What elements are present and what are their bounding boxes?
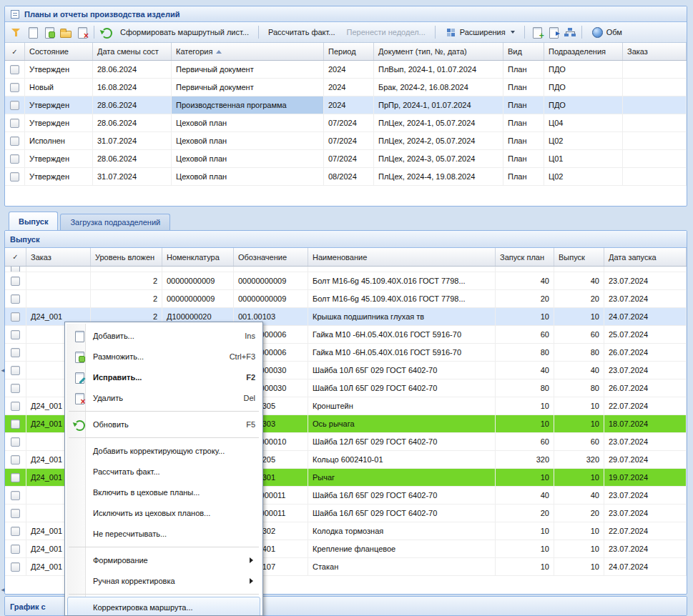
column-header-3[interactable]: Категория: [172, 43, 324, 60]
row-checkbox[interactable]: [11, 267, 20, 272]
transfer-backlog-button[interactable]: Перенести недодел...: [341, 26, 431, 38]
row-checkbox[interactable]: [10, 101, 19, 110]
menu-item-formation[interactable]: Формирование: [67, 550, 260, 570]
menu-item-exclude-shop-plans[interactable]: Исключить из цеховых планов...: [67, 502, 260, 523]
cell: 80: [496, 379, 554, 397]
menu-item-no-recalculate[interactable]: Не пересчитывать...: [67, 523, 260, 544]
table-row[interactable]: Утвержден28.06.2024Цеховой план07/2024Пл…: [5, 150, 687, 168]
select-all-header[interactable]: ✓: [5, 43, 25, 60]
column-header-2[interactable]: Уровень вложен: [91, 248, 162, 266]
row-checkbox[interactable]: [11, 312, 20, 322]
cell: [623, 150, 687, 167]
column-header-label: Номенклатура: [167, 253, 220, 262]
column-header-4[interactable]: Обозначение: [234, 248, 308, 266]
filter-button[interactable]: [8, 25, 24, 39]
row-checkbox[interactable]: [10, 136, 19, 146]
cell: [623, 61, 687, 78]
collapse-left-icon[interactable]: [0, 585, 6, 595]
cell: [91, 267, 162, 272]
table-row[interactable]: Новый16.08.2024Первичный документ2024Бра…: [5, 79, 687, 96]
column-header-1[interactable]: Заказ: [26, 248, 91, 266]
row-checkbox[interactable]: [11, 384, 20, 393]
cell: 23.07.2024: [604, 290, 687, 307]
table-row[interactable]: Утвержден28.06.2024Цеховой план07/2024Пл…: [5, 114, 687, 132]
row-checkbox[interactable]: [11, 455, 20, 465]
row-checkbox[interactable]: [11, 402, 20, 411]
collapse-left-icon[interactable]: [0, 366, 6, 376]
column-header-8[interactable]: Заказ: [623, 43, 687, 60]
row-checkbox[interactable]: [11, 330, 20, 339]
orgchart-button[interactable]: [561, 25, 578, 39]
row-checkbox[interactable]: [11, 366, 20, 375]
menu-item-manual-correction[interactable]: Ручная корректировка: [67, 570, 260, 591]
cell: Крышка подшипника глухая тв: [308, 308, 496, 325]
duplicate-button[interactable]: [41, 25, 57, 39]
menu-item-duplicate[interactable]: Размножить...Ctrl+F3: [67, 346, 260, 367]
row-checkbox[interactable]: [10, 172, 19, 182]
column-header-7[interactable]: Подразделения: [544, 43, 623, 60]
table-row[interactable]: [5, 267, 687, 272]
extensions-button[interactable]: Расширения: [439, 25, 521, 39]
refresh-button[interactable]: [98, 25, 114, 39]
column-header-6[interactable]: Вид: [503, 43, 544, 60]
row-checkbox[interactable]: [11, 527, 20, 536]
column-header-6[interactable]: Запуск план: [496, 248, 554, 266]
menu-item-edit[interactable]: Исправить...F2: [67, 367, 260, 387]
cell: 10: [496, 558, 554, 575]
table-row[interactable]: Исполнен31.07.2024Цеховой план07/2024ПлЦ…: [5, 132, 687, 150]
table-row[interactable]: Утвержден31.07.2024Цеховой план08/2024Пл…: [5, 168, 687, 186]
menu-item-calculate-fact[interactable]: Рассчитать факт...: [67, 461, 260, 482]
select-all-header[interactable]: ✓: [5, 248, 26, 266]
row-checkbox[interactable]: [10, 65, 19, 74]
column-header-5[interactable]: Наименование: [308, 248, 496, 266]
delete-button[interactable]: [74, 25, 90, 39]
menu-item-label: Корректировка маршрута...: [88, 603, 193, 612]
row-checkbox[interactable]: [10, 119, 19, 128]
cell: 60: [554, 326, 604, 343]
cell: Шайба 16Л 65Г 029 ГОСТ 6402-70: [308, 505, 496, 522]
cell: Гайка М10 -6Н.05.40Х.016 ГОСТ 5916-70: [308, 326, 496, 343]
row-checkbox[interactable]: [11, 348, 20, 357]
menu-item-refresh[interactable]: ОбновитьF5: [67, 414, 260, 434]
menu-item-add[interactable]: Добавить...Ins: [67, 325, 260, 346]
row-checkbox[interactable]: [10, 83, 19, 92]
table-row[interactable]: 20000000000900000000009Болт М16-6g 45.10…: [5, 272, 687, 290]
menu-item-delete[interactable]: УдалитьDel: [67, 387, 260, 408]
column-header-5[interactable]: Документ (тип, №, дата): [374, 43, 503, 60]
row-checkbox[interactable]: [11, 545, 20, 554]
generate-route-sheet-button[interactable]: Сформировать маршрутный лист...: [114, 26, 255, 38]
menu-item-add-correcting-row[interactable]: Добавить корректирующую строку...: [67, 440, 260, 461]
cell: Гайка М10 -6Н.05.40Х.016 ГОСТ 5916-70: [308, 344, 496, 361]
row-checkbox[interactable]: [11, 419, 20, 429]
row-checkbox[interactable]: [11, 509, 20, 518]
row-checkbox[interactable]: [11, 473, 20, 482]
row-checkbox[interactable]: [11, 562, 20, 572]
exchange-button[interactable]: Обм: [586, 25, 628, 39]
column-header-3[interactable]: Номенклатура: [162, 248, 234, 266]
tab-output[interactable]: Выпуск: [9, 212, 58, 230]
column-header-4[interactable]: Период: [324, 43, 374, 60]
row-checkbox[interactable]: [11, 491, 20, 500]
calculate-fact-button[interactable]: Рассчитать факт...: [262, 26, 341, 38]
column-header-2[interactable]: Дата смены сост: [93, 43, 172, 60]
row-checkbox[interactable]: [11, 437, 20, 447]
row-checkbox[interactable]: [10, 154, 19, 164]
doc-add-button[interactable]: [529, 25, 545, 39]
tab-department-load[interactable]: Загрузка подразделений: [60, 214, 170, 230]
row-checkbox[interactable]: [11, 277, 20, 286]
add-button[interactable]: [24, 25, 41, 39]
doc-export-button[interactable]: [545, 25, 561, 39]
open-button[interactable]: [57, 25, 74, 39]
menu-separator: [69, 547, 259, 547]
column-header-1[interactable]: Состояние: [25, 43, 93, 60]
menu-item-include-shop-plans[interactable]: Включить в цеховые планы...: [67, 482, 260, 502]
column-header-7[interactable]: Выпуск: [554, 248, 604, 266]
cell: План: [503, 79, 544, 96]
row-checkbox[interactable]: [11, 294, 20, 304]
column-header-8[interactable]: Дата запуска: [604, 248, 687, 266]
table-row[interactable]: Утвержден28.06.2024Первичный документ202…: [5, 61, 687, 79]
table-row[interactable]: Утвержден28.06.2024Производственная прог…: [5, 96, 687, 114]
table-row[interactable]: 20000000000900000000009Болт М16-6g 45.10…: [5, 290, 687, 308]
menu-item-route-correction[interactable]: Корректировка маршрута...: [67, 597, 260, 616]
sort-asc-icon: [216, 50, 222, 54]
